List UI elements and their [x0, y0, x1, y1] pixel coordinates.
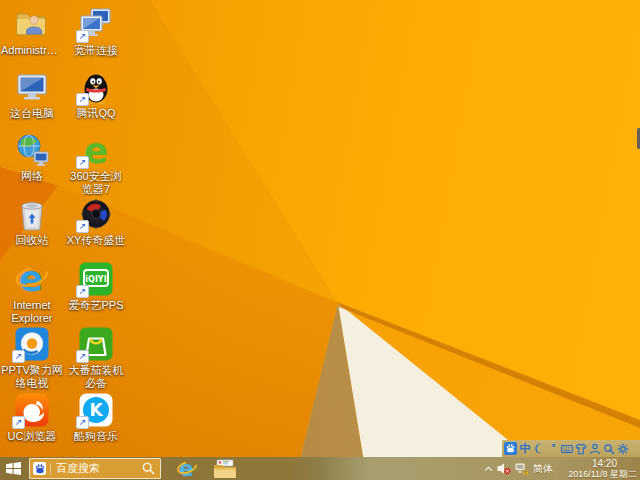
ie-icon: e [14, 261, 50, 297]
user-folder-icon [14, 6, 50, 42]
icon-label: Administrator [1, 44, 63, 57]
icon-label: 回收站 [1, 234, 63, 247]
kugou-k-icon: K↗ [78, 392, 114, 428]
icon-label: 宽带连接 [65, 44, 127, 57]
360-browser-e-icon: e↗ [78, 132, 114, 168]
desktop-icon-recycle-bin[interactable]: 回收站 [1, 196, 63, 247]
search-separator [50, 463, 51, 475]
icon-label: Internet Explorer [1, 299, 63, 325]
search-placeholder-text: 百度搜索 [56, 461, 100, 476]
desktop-screen: Administrator ↗ 宽带连接 这台电脑 ↗ 腾讯QQ 网络 e↗ 3… [0, 0, 640, 480]
ime-settings-gear-icon[interactable] [617, 442, 629, 455]
icon-label: 360安全浏览器7 [65, 170, 127, 196]
recycle-bin-icon [14, 196, 50, 232]
ie-icon: e [176, 458, 198, 480]
qq-penguin-icon: ↗ [78, 69, 114, 105]
svg-text:iQIYI: iQIYI [85, 275, 106, 284]
desktop-icon-kugou[interactable]: K↗ 酷狗音乐 [65, 392, 127, 443]
network-warning-icon[interactable] [515, 462, 529, 475]
computer-icon [14, 69, 50, 105]
uc-squirrel-icon: ↗ [14, 392, 50, 428]
desktop-icon-datomato[interactable]: ↗ 大番茄装机必备 [65, 326, 127, 390]
shortcut-arrow-icon: ↗ [12, 350, 25, 363]
ime-skin-shirt-icon[interactable] [575, 442, 587, 455]
shortcut-arrow-icon: ↗ [76, 30, 89, 43]
shortcut-arrow-icon: ↗ [76, 156, 89, 169]
desktop-icon-this-pc[interactable]: 这台电脑 [1, 69, 63, 120]
desktop-icon-360-browser[interactable]: e↗ 360安全浏览器7 [65, 132, 127, 196]
broadband-monitors-icon: ↗ [78, 6, 114, 42]
baidu-ime-icon[interactable] [504, 442, 517, 455]
ime-language-bar: 中 ’’ [502, 440, 640, 457]
shortcut-arrow-icon: ↗ [76, 93, 89, 106]
desktop-icon-pptv[interactable]: ↗ PPTV聚力网络电视 [1, 326, 63, 390]
icon-label: 这台电脑 [1, 107, 63, 120]
icon-label: UC浏览器 [1, 430, 63, 443]
ime-indicator[interactable]: 简体 [533, 462, 553, 476]
desktop-icon-qq[interactable]: ↗ 腾讯QQ [65, 69, 127, 120]
volume-muted-icon[interactable] [497, 462, 511, 475]
system-tray: 简体 14:20 2016/11/8 星期二 [484, 457, 640, 480]
ime-search-icon[interactable] [603, 442, 615, 455]
windows-logo-icon [6, 462, 21, 475]
folder-icon [213, 459, 237, 479]
iqiyi-icon: iQIYI↗ [78, 261, 114, 297]
show-hidden-icons-button[interactable] [484, 465, 493, 473]
shortcut-arrow-icon: ↗ [12, 416, 25, 429]
shortcut-arrow-icon: ↗ [76, 285, 89, 298]
icon-label: PPTV聚力网络电视 [1, 364, 63, 390]
icon-label: XY传奇盛世 [65, 234, 127, 247]
start-button[interactable] [0, 457, 26, 480]
ime-chinese-mode-button[interactable]: 中 [519, 442, 531, 455]
camera-lens-icon: ↗ [78, 196, 114, 232]
shortcut-arrow-icon: ↗ [76, 416, 89, 429]
baidu-logo-icon [33, 462, 46, 475]
desktop-icon-administrator[interactable]: Administrator [1, 6, 63, 57]
icon-label: 网络 [1, 170, 63, 183]
icon-label: 酷狗音乐 [65, 430, 127, 443]
desktop-icon-network[interactable]: 网络 [1, 132, 63, 183]
icon-label: 大番茄装机必备 [65, 364, 127, 390]
ime-soft-keyboard-icon[interactable] [561, 442, 573, 455]
network-globe-icon [14, 132, 50, 168]
shortcut-arrow-icon: ↗ [76, 350, 89, 363]
shortcut-arrow-icon: ↗ [76, 220, 89, 233]
svg-text:e: e [19, 261, 43, 297]
taskbar-ie-button[interactable]: e [176, 458, 198, 480]
icon-label: 腾讯QQ [65, 107, 127, 120]
desktop-icon-broadband[interactable]: ↗ 宽带连接 [65, 6, 127, 57]
desktop-icon-xy-game[interactable]: ↗ XY传奇盛世 [65, 196, 127, 247]
pptv-icon: ↗ [14, 326, 50, 362]
desktop-icon-internet-explorer[interactable]: e Internet Explorer [1, 261, 63, 325]
ime-halfwidth-moon-icon[interactable] [533, 442, 545, 455]
clock-date: 2016/11/8 星期二 [557, 469, 637, 479]
ime-account-icon[interactable] [589, 442, 601, 455]
shopping-bag-icon: ↗ [78, 326, 114, 362]
taskbar-file-explorer-button[interactable] [213, 459, 237, 479]
svg-text:e: e [179, 458, 194, 480]
search-magnifier-icon[interactable] [142, 462, 155, 475]
ime-punctuation-button[interactable]: ’’ [547, 442, 559, 455]
svg-text:K: K [89, 400, 103, 420]
desktop-icon-uc-browser[interactable]: ↗ UC浏览器 [1, 392, 63, 443]
icon-label: 爱奇艺PPS [65, 299, 127, 312]
baidu-search-box[interactable]: 百度搜索 [29, 458, 161, 479]
taskbar-clock[interactable]: 14:20 2016/11/8 星期二 [557, 458, 637, 479]
clock-time: 14:20 [557, 458, 617, 469]
desktop-icon-iqiyi[interactable]: iQIYI↗ 爱奇艺PPS [65, 261, 127, 312]
